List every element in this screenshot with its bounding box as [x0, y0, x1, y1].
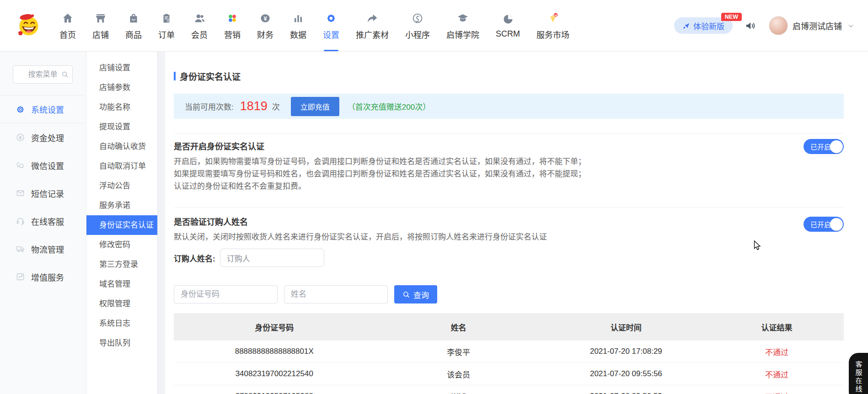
nav-item-label: 启博学院	[446, 28, 479, 40]
nav-item[interactable]: 商品	[125, 0, 142, 51]
sidebar-item-label: 微信设置	[31, 160, 64, 171]
submenu-item[interactable]: 店铺参数	[86, 78, 157, 97]
service-icon	[15, 216, 25, 226]
sidebar-item[interactable]: 短信记录	[0, 179, 86, 207]
sidebar-item[interactable]: 资金处理	[0, 123, 86, 151]
table-row[interactable]: 340823197002212540 该会员 2021-07-20 09:55:…	[174, 363, 844, 385]
buyer-name-toggle[interactable]: 已开启	[804, 217, 844, 232]
name-input[interactable]	[284, 285, 388, 303]
customer-service-badge[interactable]: 客服在线	[849, 353, 868, 394]
scrm-icon	[502, 12, 514, 26]
try-new-version-button[interactable]: 体验新版 NEW	[674, 17, 733, 34]
id-number-input[interactable]	[174, 285, 278, 303]
menu-search-wrap	[0, 52, 86, 96]
nav-item[interactable]: 设置	[323, 0, 339, 51]
search-icon	[402, 291, 410, 298]
marketing-icon	[226, 11, 238, 25]
member-icon	[193, 11, 205, 25]
submenu-item[interactable]: 自动确认收货	[86, 137, 157, 156]
account-menu[interactable]: 启博测试店铺	[769, 16, 854, 35]
submenu-item[interactable]: 导出队列	[86, 333, 157, 353]
svg-text:¥: ¥	[263, 15, 267, 21]
query-button[interactable]: 查询	[394, 285, 437, 303]
auth-records-table: 身份证号码 姓名 认证时间 认证结果 88888888888888801X 李俊…	[174, 313, 844, 394]
nav-item-label: 订单	[158, 28, 175, 40]
nav-item-label: 店铺	[92, 28, 109, 40]
buyer-name-field-row: 订购人姓名:	[174, 249, 844, 267]
nav-item[interactable]: SCRM	[496, 0, 520, 51]
id-auth-toggle[interactable]: 已开启	[804, 139, 844, 154]
table-header: 身份证号码 姓名 认证时间 认证结果	[174, 313, 844, 341]
nav-item[interactable]: 启博学院	[446, 0, 479, 51]
submenu-item[interactable]: 系统日志	[86, 314, 157, 333]
buyer-name-input[interactable]	[220, 249, 324, 267]
sidebar-item[interactable]: 在线客服	[0, 207, 86, 235]
nav-item[interactable]: 首页	[59, 0, 76, 51]
main-nav: 首页 店铺 商品 订单 会员 营销 ¥ 财务 数据	[59, 0, 569, 51]
market-icon: H	[547, 11, 559, 25]
announcement-speaker-icon[interactable]	[745, 20, 757, 32]
table-row[interactable]: 370829199507105988 谢浦 2021-07-20 09:50:5…	[174, 385, 844, 394]
vas-icon	[15, 272, 25, 282]
data-icon	[292, 11, 304, 25]
sidebar-item-label: 物流管理	[31, 243, 64, 255]
sidebar-item[interactable]: 微信设置	[0, 151, 86, 179]
nav-item[interactable]: H 服务市场	[536, 0, 569, 51]
col-header: 认证结果	[710, 321, 844, 333]
section-description: 开启后，如果购物需要填写身份证号码，会调用接口判断身份证和姓名是否通过实名认证，…	[174, 155, 844, 192]
submenu-item[interactable]: 浮动公告	[86, 176, 157, 196]
nav-item-label: 会员	[191, 28, 208, 40]
submenu-item[interactable]: 身份证实名认证	[86, 215, 157, 235]
section-id-auth: 是否开启身份证实名认证 开启后，如果购物需要填写身份证号码，会调用接口判断身份证…	[174, 133, 844, 192]
app-logo-icon[interactable]	[16, 12, 41, 39]
menu-search-input[interactable]	[13, 65, 73, 84]
nav-item[interactable]: 会员	[191, 0, 208, 51]
cell-id-number: 370829199507105988	[174, 392, 375, 394]
quota-banner: 当前可用次数: 1819 次 立即充值 （首次充值赠送200次）	[174, 94, 844, 119]
section-description: 默认关闭，关闭时按照收货人姓名来进行身份证实名认证，开启后，将按照订购人姓名来进…	[174, 231, 844, 243]
toggle-knob	[830, 218, 843, 231]
rocket-icon	[682, 22, 690, 30]
cell-auth-time: 2021-07-20 09:55:56	[542, 369, 710, 378]
nav-item[interactable]: 店铺	[92, 0, 109, 51]
record-search-row: 查询	[174, 285, 844, 303]
svg-text:H: H	[555, 13, 557, 16]
col-header: 身份证号码	[174, 321, 375, 333]
nav-item[interactable]: 订单	[158, 0, 175, 51]
topbar: 首页 店铺 商品 订单 会员 营销 ¥ 财务 数据	[0, 0, 868, 52]
submenu-item[interactable]: 修改密码	[86, 235, 157, 255]
submenu-item[interactable]: 店铺设置	[86, 58, 157, 78]
quota-count: 1819	[240, 99, 268, 113]
cell-id-number: 340823197002212540	[174, 369, 375, 378]
logistics-icon	[15, 244, 25, 254]
sidebar-item[interactable]: 增值服务	[0, 263, 86, 291]
nav-item[interactable]: ¥ 财务	[257, 0, 273, 51]
sms-icon	[15, 188, 25, 198]
table-row[interactable]: 88888888888888801X 李俊平 2021-07-20 17:08:…	[174, 341, 844, 363]
sidebar-item[interactable]: 系统设置	[0, 96, 86, 123]
section-title: 是否开启身份证实名认证	[174, 140, 844, 152]
submenu-item[interactable]: 提现设置	[86, 117, 157, 137]
recharge-button[interactable]: 立即充值	[291, 97, 339, 116]
sidebar-item[interactable]: 物流管理	[0, 235, 86, 263]
nav-item[interactable]: 推广素材	[356, 0, 389, 51]
nav-item-label: 商品	[125, 28, 142, 40]
submenu-item[interactable]: 第三方登录	[86, 255, 157, 274]
nav-item-label: 营销	[224, 28, 241, 40]
sidebar-secondary: 店铺设置店铺参数功能名称提现设置自动确认收货自动取消订单浮动公告服务承诺身份证实…	[86, 52, 158, 394]
nav-item[interactable]: 小程序	[405, 0, 430, 51]
chevron-down-icon	[847, 22, 854, 29]
cell-name: 谢浦	[375, 391, 542, 394]
new-badge: NEW	[721, 13, 742, 21]
order-icon	[161, 11, 172, 25]
submenu-item[interactable]: 域名管理	[86, 274, 157, 294]
submenu-item[interactable]: 权限管理	[86, 294, 157, 314]
submenu-item[interactable]: 服务承诺	[86, 196, 157, 215]
home-icon	[62, 11, 74, 25]
submenu-item[interactable]: 功能名称	[86, 97, 157, 117]
nav-item-label: 设置	[323, 28, 339, 40]
title-accent-bar	[174, 72, 176, 80]
nav-item[interactable]: 营销	[224, 0, 241, 51]
nav-item[interactable]: 数据	[290, 0, 306, 51]
submenu-item[interactable]: 自动取消订单	[86, 156, 157, 176]
